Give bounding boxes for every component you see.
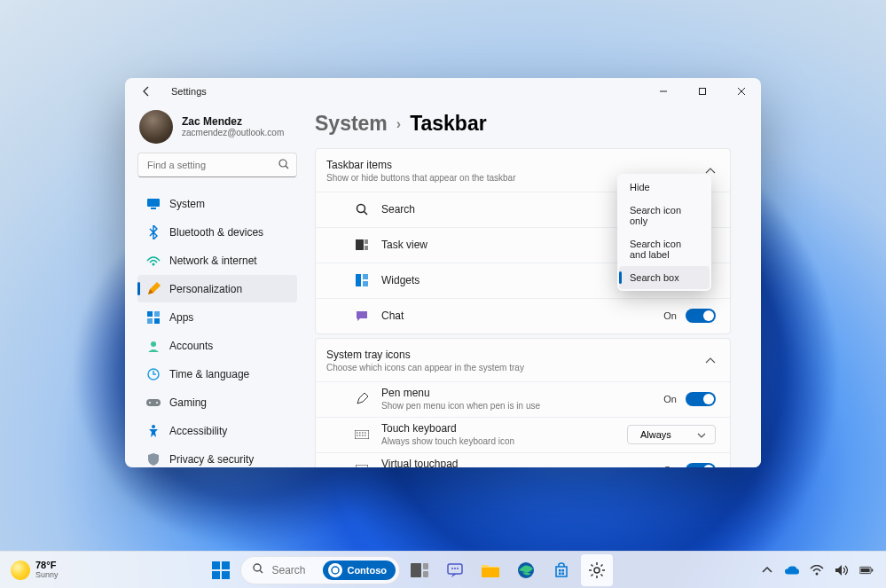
select-value: Always [640,429,671,440]
search-icon [278,158,290,174]
settings-search[interactable] [137,153,297,177]
personalization-icon [146,282,161,296]
svg-rect-36 [222,571,230,579]
nav-personalization[interactable]: Personalization [137,275,297,302]
row-sublabel: Always show touch keyboard icon [381,435,514,447]
contoso-badge[interactable]: Contoso [323,561,396,580]
edge-button[interactable] [510,554,542,586]
account-header[interactable]: Zac Mendez zacmendez@outlook.com [137,105,297,153]
svg-rect-1 [700,89,706,95]
keyboard-select[interactable]: Always [627,425,716,444]
keyboard-icon [355,427,369,442]
nav-gaming[interactable]: Gaming [137,388,297,416]
nav-bluetooth[interactable]: Bluetooth & devices [137,218,297,246]
svg-rect-33 [212,561,220,569]
breadcrumb-parent[interactable]: System [315,112,388,136]
taskbar-search-input[interactable] [271,564,316,576]
svg-rect-51 [559,572,561,575]
explorer-button[interactable] [474,554,506,586]
system-tray-header[interactable]: System tray icons Choose which icons can… [316,339,730,381]
widgets-icon [355,273,369,287]
svg-point-39 [332,567,339,574]
svg-line-38 [260,570,263,573]
nav-accounts[interactable]: Accounts [137,332,297,359]
nav-network[interactable]: Network & internet [137,247,297,274]
row-chat[interactable]: Chat On [316,298,730,333]
row-pen[interactable]: Pen menu Show pen menu icon when pen is … [316,381,730,417]
nav-label: Accounts [169,340,213,352]
contoso-label: Contoso [347,565,387,576]
battery-icon[interactable] [859,563,874,577]
tray-overflow-icon[interactable] [760,563,774,577]
svg-point-4 [279,160,286,167]
section-title: System tray icons [326,348,524,363]
minimize-button[interactable] [644,78,683,105]
maximize-button[interactable] [683,78,722,105]
row-keyboard[interactable]: Touch keyboard Always show touch keyboar… [316,417,730,452]
dropdown-item-icon-only[interactable]: Search icon only [619,199,710,232]
touchpad-toggle[interactable] [686,463,716,467]
svg-rect-40 [411,563,421,577]
nav-label: Time & language [169,368,249,380]
user-email: zacmendez@outlook.com [182,128,284,138]
dropdown-item-icon-label[interactable]: Search icon and label [619,232,710,266]
svg-point-37 [254,564,261,571]
svg-point-44 [451,568,453,569]
dropdown-item-box[interactable]: Search box [619,266,710,289]
svg-rect-49 [559,569,561,572]
nav-list: System Bluetooth & devices Network & int… [137,190,297,467]
accessibility-icon [146,424,161,438]
chat-button[interactable] [439,554,471,586]
taskview-button[interactable] [404,554,435,586]
settings-window: Settings Zac Mendez zacmendez@outlook.co… [125,78,761,467]
svg-point-45 [454,568,456,569]
svg-rect-21 [356,239,364,250]
nav-privacy[interactable]: Privacy & security [137,445,297,467]
svg-point-17 [156,402,158,404]
system-icon [146,197,161,211]
chat-toggle[interactable] [686,309,716,323]
row-label: Task view [381,239,427,251]
back-button[interactable] [134,78,161,105]
dropdown-item-hide[interactable]: Hide [619,176,710,199]
volume-icon[interactable] [835,563,849,577]
system-tray-section: System tray icons Choose which icons can… [315,338,731,467]
nav-apps[interactable]: Apps [137,303,297,331]
taskbar-search[interactable]: Contoso [240,556,400,584]
nav-system[interactable]: System [137,190,297,217]
svg-rect-42 [423,571,428,577]
svg-rect-22 [365,239,368,244]
weather-widget[interactable]: 78°F Sunny [11,561,59,580]
onedrive-icon[interactable] [785,563,799,577]
svg-point-19 [357,205,365,213]
nav-label: Privacy & security [169,453,254,466]
svg-rect-9 [147,311,153,317]
chevron-up-icon [705,352,716,368]
svg-rect-56 [860,568,869,571]
start-button[interactable] [205,554,237,586]
nav-time[interactable]: Time & language [137,360,297,388]
toggle-state: On [663,465,677,467]
settings-button[interactable] [581,554,613,586]
svg-rect-50 [562,569,565,572]
svg-rect-35 [212,571,220,579]
toggle-state: On [663,310,677,321]
store-button[interactable] [545,554,577,586]
avatar [139,110,173,144]
taskview-icon [355,238,369,252]
wifi-icon[interactable] [810,563,824,577]
nav-accessibility[interactable]: Accessibility [137,417,297,444]
svg-point-18 [152,425,155,428]
search-icon [252,562,264,578]
sidebar: Zac Mendez zacmendez@outlook.com System … [125,105,302,467]
svg-rect-26 [363,281,368,286]
close-button[interactable] [722,78,761,105]
accounts-icon [146,339,161,353]
row-touchpad[interactable]: Virtual touchpad Always show virtual tou… [316,452,730,467]
pen-toggle[interactable] [686,392,716,406]
section-title: Taskbar items [326,158,515,173]
svg-rect-15 [146,399,161,406]
svg-rect-25 [363,274,368,279]
svg-rect-52 [562,572,565,575]
search-input[interactable] [137,153,297,177]
